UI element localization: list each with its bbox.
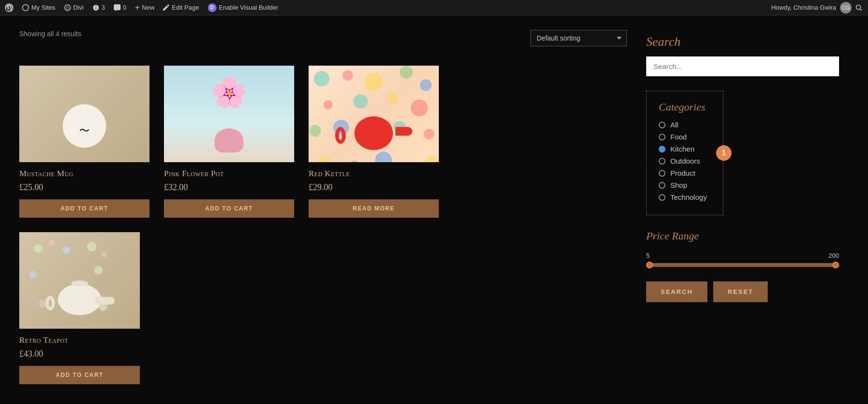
category-all[interactable]: All bbox=[659, 121, 711, 129]
dot bbox=[29, 271, 36, 278]
svg-point-11 bbox=[353, 94, 368, 109]
search-title: Search bbox=[646, 35, 849, 49]
enable-vb-menu[interactable]: D Enable Visual Builder bbox=[208, 3, 278, 12]
edit-page-menu[interactable]: Edit Page bbox=[163, 4, 199, 11]
product-image-red-kettle[interactable] bbox=[309, 66, 439, 162]
cat-radio-technology bbox=[659, 194, 665, 201]
product-name-red-kettle: Red Kettle bbox=[309, 169, 439, 179]
howdy-text: Howdy, Christina Gwira bbox=[771, 4, 836, 11]
range-thumb-left[interactable] bbox=[646, 262, 653, 268]
sidebar: Search Categories All Food Kitchen Outdo… bbox=[646, 30, 849, 384]
svg-point-21 bbox=[375, 152, 392, 162]
svg-text:D: D bbox=[66, 6, 69, 11]
cat-radio-all bbox=[659, 122, 665, 128]
product-image-retro-teapot[interactable] bbox=[19, 232, 140, 329]
my-sites-menu[interactable]: My Sites bbox=[22, 4, 55, 11]
svg-line-4 bbox=[860, 9, 862, 11]
cat-label-food: Food bbox=[670, 133, 687, 141]
product-price-pink-flower-pot: £32.00 bbox=[164, 182, 294, 193]
sort-select[interactable]: Default sorting Sort by popularity Sort … bbox=[530, 30, 627, 46]
divi-icon: D bbox=[208, 3, 217, 12]
category-kitchen[interactable]: Kitchen bbox=[659, 145, 711, 153]
category-food[interactable]: Food bbox=[659, 133, 711, 141]
add-to-cart-retro-teapot[interactable]: ADD TO CART bbox=[19, 366, 140, 384]
cat-label-technology: Technology bbox=[670, 193, 707, 201]
category-technology[interactable]: Technology bbox=[659, 193, 711, 201]
wp-logo[interactable] bbox=[5, 3, 14, 12]
category-outdoors[interactable]: Outdoors bbox=[659, 157, 711, 165]
category-shop[interactable]: Shop bbox=[659, 181, 711, 189]
product-card-red-kettle: Red Kettle £29.00 READ MORE bbox=[309, 66, 439, 218]
dot bbox=[101, 251, 107, 257]
product-card-mustache-mug: Mustache Mug £25.00 ADD TO CART bbox=[19, 66, 149, 218]
kettle-spout bbox=[395, 127, 412, 136]
cat-radio-shop bbox=[659, 182, 665, 189]
price-min-label: 5 bbox=[646, 252, 650, 259]
price-range-labels: 5 200 bbox=[646, 252, 839, 259]
kettle-handle bbox=[335, 127, 346, 144]
search-input[interactable] bbox=[646, 56, 839, 76]
retro-teapot-image bbox=[19, 232, 140, 329]
svg-point-18 bbox=[424, 129, 434, 139]
categories-title: Categories bbox=[659, 101, 711, 113]
cat-label-shop: Shop bbox=[670, 181, 687, 189]
dot bbox=[94, 266, 103, 275]
product-name-mustache-mug: Mustache Mug bbox=[19, 169, 149, 179]
user-info: Howdy, Christina Gwira CG bbox=[771, 2, 862, 14]
search-button[interactable]: SEARCH bbox=[646, 281, 707, 302]
cat-radio-kitchen bbox=[659, 146, 665, 153]
products-area: Showing all 4 results Default sorting So… bbox=[19, 30, 627, 384]
price-range-title: Price Range bbox=[646, 230, 849, 242]
kettle-body bbox=[354, 116, 393, 150]
admin-bar: My Sites D Divi 3 0 + New Edit Page D En… bbox=[0, 0, 868, 15]
price-max-label: 200 bbox=[828, 252, 839, 259]
updates-menu[interactable]: 3 bbox=[93, 4, 105, 11]
dot bbox=[48, 239, 55, 246]
add-to-cart-mustache-mug[interactable]: ADD TO CART bbox=[19, 199, 149, 218]
cat-radio-food bbox=[659, 134, 665, 140]
dot bbox=[87, 242, 96, 251]
edit-page-label: Edit Page bbox=[172, 4, 199, 11]
pink-flower-pot-image bbox=[164, 66, 294, 162]
divi-menu[interactable]: D Divi bbox=[64, 4, 84, 11]
add-to-cart-pink-flower-pot[interactable]: ADD TO CART bbox=[164, 199, 294, 218]
read-more-red-kettle[interactable]: READ MORE bbox=[309, 199, 439, 218]
red-kettle-image bbox=[309, 66, 439, 162]
price-range-track[interactable] bbox=[646, 263, 839, 267]
second-row: Retro Teapot £43.00 ADD TO CART bbox=[19, 232, 627, 384]
cat-label-product: Product bbox=[670, 169, 695, 177]
product-grid: Mustache Mug £25.00 ADD TO CART Pink Flo… bbox=[19, 66, 439, 218]
product-image-pink-flower-pot[interactable] bbox=[164, 66, 294, 162]
svg-point-13 bbox=[411, 99, 428, 116]
cat-label-outdoors: Outdoors bbox=[670, 157, 700, 165]
svg-point-7 bbox=[365, 73, 383, 91]
sidebar-buttons: SEARCH RESET bbox=[646, 281, 849, 302]
product-price-mustache-mug: £25.00 bbox=[19, 182, 149, 193]
product-price-retro-teapot: £43.00 bbox=[19, 349, 140, 359]
divi-label: Divi bbox=[73, 4, 84, 11]
svg-point-3 bbox=[856, 5, 861, 9]
sort-row: Default sorting Sort by popularity Sort … bbox=[530, 30, 627, 46]
svg-point-10 bbox=[324, 100, 333, 110]
category-badge: 1 bbox=[716, 145, 732, 161]
avatar: CG bbox=[840, 2, 852, 14]
search-icon[interactable] bbox=[855, 4, 862, 11]
new-label: New bbox=[142, 4, 154, 11]
teapot-handle bbox=[45, 296, 55, 310]
reset-button[interactable]: RESET bbox=[713, 281, 768, 302]
cat-radio-product bbox=[659, 170, 665, 177]
category-product[interactable]: Product bbox=[659, 169, 711, 177]
teapot-spout bbox=[95, 297, 115, 305]
cat-radio-outdoors bbox=[659, 158, 665, 165]
updates-count: 3 bbox=[102, 4, 105, 11]
new-menu[interactable]: + New bbox=[135, 3, 154, 12]
main-content: Showing all 4 results Default sorting So… bbox=[0, 15, 868, 399]
svg-point-12 bbox=[388, 93, 399, 104]
svg-point-6 bbox=[342, 70, 353, 81]
comments-menu[interactable]: 0 bbox=[114, 4, 126, 11]
my-sites-label: My Sites bbox=[31, 4, 55, 11]
teapot-body bbox=[58, 284, 101, 315]
product-image-mustache-mug[interactable] bbox=[19, 66, 149, 162]
product-price-red-kettle: £29.00 bbox=[309, 182, 439, 193]
range-thumb-right[interactable] bbox=[832, 262, 839, 268]
